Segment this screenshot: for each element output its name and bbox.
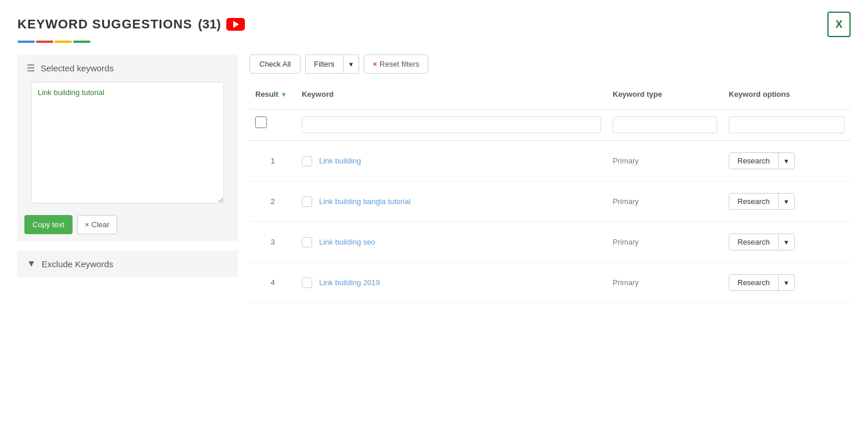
- research-button-4[interactable]: Research ▼: [729, 274, 795, 291]
- keyword-link-4[interactable]: Link building 2019: [319, 278, 380, 287]
- row-checkbox-3[interactable]: [302, 237, 312, 247]
- filter-checkbox[interactable]: [255, 116, 267, 128]
- table-row: 4 Link building 2019 Primary Research ▼: [249, 263, 851, 303]
- research-arrow-4[interactable]: ▼: [779, 276, 794, 290]
- color-bar-blue: [17, 41, 35, 43]
- row-checkbox-1[interactable]: [302, 156, 312, 166]
- filters-button[interactable]: Filters: [305, 54, 342, 74]
- page-wrapper: KEYWORD SUGGESTIONS (31) X ☰ Selected ke…: [0, 0, 868, 315]
- keyword-link-3[interactable]: Link building seo: [319, 238, 375, 246]
- selected-keywords-header: ☰ Selected keywords: [17, 54, 238, 82]
- row-checkbox-2[interactable]: [302, 196, 312, 207]
- table-row: 1 Link building Primary Research ▼: [249, 141, 851, 181]
- row-type-3: Primary: [607, 232, 723, 252]
- copy-text-button[interactable]: Copy text: [24, 215, 73, 234]
- funnel-icon: ▼: [27, 258, 36, 269]
- reset-filters-button[interactable]: × Reset filters: [364, 54, 428, 74]
- color-bar: [17, 41, 851, 43]
- filter-group: Filters ▼: [305, 54, 359, 74]
- keyword-link-2[interactable]: Link building bangla tutorial: [319, 197, 411, 206]
- th-keyword-options-label: Keyword options: [729, 90, 790, 99]
- keywords-textarea[interactable]: [31, 82, 224, 203]
- row-type-1: Primary: [607, 151, 723, 171]
- textarea-wrapper: [17, 82, 238, 210]
- th-keyword-options: Keyword options: [723, 85, 851, 103]
- row-checkbox-4[interactable]: [302, 278, 312, 288]
- page-title: KEYWORD SUGGESTIONS: [17, 17, 192, 32]
- color-bar-yellow: [55, 41, 72, 43]
- filters-dropdown-button[interactable]: ▼: [343, 54, 360, 74]
- page-header: KEYWORD SUGGESTIONS (31) X: [17, 12, 851, 37]
- filter-cell-checkbox: [249, 114, 296, 136]
- color-bar-red: [36, 41, 53, 43]
- row-num-2: 2: [249, 191, 296, 212]
- filter-row: [249, 110, 851, 141]
- research-arrow-2[interactable]: ▼: [779, 195, 794, 209]
- action-buttons: Copy text × Clear: [17, 210, 238, 241]
- research-label-2: Research: [729, 194, 779, 209]
- count-badge: (31): [198, 17, 220, 32]
- selected-keywords-section: ☰ Selected keywords Copy text × Clear: [17, 54, 238, 241]
- research-button-1[interactable]: Research ▼: [729, 152, 795, 169]
- research-button-3[interactable]: Research ▼: [729, 234, 795, 250]
- options-filter-input[interactable]: [729, 116, 845, 133]
- left-panel: ☰ Selected keywords Copy text × Clear: [17, 54, 238, 303]
- row-keyword-cell-4: Link building 2019: [296, 272, 607, 294]
- row-num-1: 1: [249, 151, 296, 171]
- reset-filters-label: Reset filters: [379, 60, 419, 68]
- row-keyword-cell-2: Link building bangla tutorial: [296, 191, 607, 213]
- excel-icon[interactable]: X: [827, 12, 851, 37]
- research-label-4: Research: [729, 275, 779, 290]
- clear-x-icon: ×: [85, 220, 89, 229]
- youtube-icon[interactable]: [226, 18, 245, 31]
- filter-cell-type: [607, 114, 723, 136]
- table-row: 3 Link building seo Primary Research ▼: [249, 222, 851, 263]
- row-options-3: Research ▼: [723, 228, 851, 256]
- right-panel: Check All Filters ▼ × Reset filters Resu…: [249, 54, 851, 303]
- exclude-keywords-header[interactable]: ▼ Exclude Keywords: [17, 250, 238, 277]
- exclude-keywords-label: Exclude Keywords: [42, 259, 113, 269]
- row-keyword-cell-1: Link building: [296, 150, 607, 172]
- table-header: Result ▼ Keyword Keyword type Keyword op…: [249, 85, 851, 110]
- keyword-filter-input[interactable]: [302, 116, 601, 133]
- menu-lines-icon: ☰: [27, 63, 35, 74]
- filter-cell-keyword: [296, 114, 607, 136]
- main-layout: ☰ Selected keywords Copy text × Clear: [17, 54, 851, 303]
- th-keyword-label: Keyword: [302, 90, 334, 99]
- header-left: KEYWORD SUGGESTIONS (31): [17, 17, 245, 32]
- toolbar: Check All Filters ▼ × Reset filters: [249, 54, 851, 74]
- th-result-label: Result: [255, 90, 279, 99]
- color-bar-green: [73, 41, 91, 43]
- table-row: 2 Link building bangla tutorial Primary …: [249, 181, 851, 222]
- row-type-2: Primary: [607, 191, 723, 212]
- selected-keywords-label: Selected keywords: [41, 63, 114, 73]
- row-num-4: 4: [249, 272, 296, 293]
- row-options-4: Research ▼: [723, 268, 851, 297]
- row-keyword-cell-3: Link building seo: [296, 231, 607, 253]
- row-num-3: 3: [249, 232, 296, 252]
- clear-button[interactable]: × Clear: [77, 215, 117, 234]
- th-result: Result ▼: [249, 85, 296, 103]
- row-type-4: Primary: [607, 272, 723, 293]
- th-keyword: Keyword: [296, 85, 607, 103]
- keywords-table: Result ▼ Keyword Keyword type Keyword op…: [249, 85, 851, 303]
- clear-button-label: Clear: [92, 220, 110, 229]
- row-options-1: Research ▼: [723, 147, 851, 175]
- research-arrow-1[interactable]: ▼: [779, 154, 794, 168]
- th-keyword-type: Keyword type: [607, 85, 723, 103]
- exclude-keywords-section: ▼ Exclude Keywords: [17, 250, 238, 277]
- check-all-button[interactable]: Check All: [249, 54, 301, 74]
- th-keyword-type-label: Keyword type: [613, 90, 662, 99]
- reset-x-icon: ×: [372, 60, 377, 68]
- research-button-2[interactable]: Research ▼: [729, 193, 795, 210]
- filter-cell-options: [723, 114, 851, 136]
- keyword-link-1[interactable]: Link building: [319, 156, 361, 165]
- research-arrow-3[interactable]: ▼: [779, 235, 794, 249]
- row-options-2: Research ▼: [723, 187, 851, 216]
- research-label-1: Research: [729, 153, 779, 169]
- sort-icon[interactable]: ▼: [281, 91, 287, 98]
- research-label-3: Research: [729, 234, 779, 250]
- type-filter-input[interactable]: [613, 116, 717, 133]
